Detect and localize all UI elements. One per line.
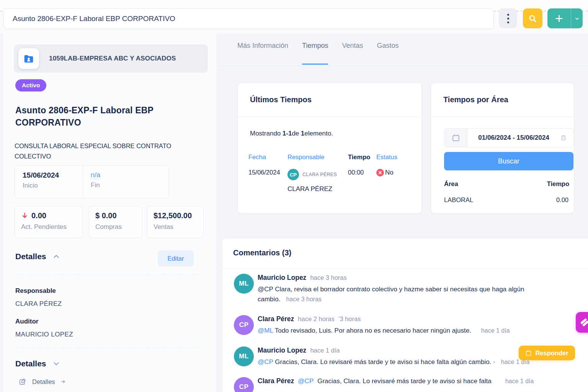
comment-time: hace 3 horas — [310, 274, 346, 281]
start-date-value: 15/06/2024 — [23, 171, 83, 180]
kebab-icon — [507, 14, 509, 16]
add-button-group — [547, 8, 583, 28]
ultimos-tiempos-card: Últimos Tiempos Mostrando1-1de1elemento.… — [237, 83, 422, 214]
stat-label: Act. Pendientes — [21, 223, 82, 231]
field-value-auditor: MAURICIO LOPEZ — [15, 331, 73, 338]
stat-pending-tasks: 0.00 Act. Pendientes — [15, 206, 83, 238]
responsable-name-small: CLARA PÉRES — [302, 172, 337, 177]
mention-link[interactable]: @CP — [298, 377, 314, 385]
comment-body: Gracias, Clara. Lo revisaré más tarde y … — [317, 377, 491, 385]
calendar-icon — [444, 129, 467, 147]
avatar: ML — [234, 346, 254, 366]
end-date-cell: n/a Fin — [83, 166, 169, 198]
arrow-right-icon — [60, 379, 66, 384]
responder-button[interactable]: Responder — [519, 346, 575, 360]
details-link[interactable]: Detalles — [18, 377, 66, 386]
x-circle-icon — [376, 169, 384, 176]
cell-fecha: 15/06/2024 — [248, 169, 287, 176]
case-description: CONSULTA LABORAL ESPECIAL SOBRE CONTRATO… — [15, 141, 194, 162]
responder-label: Responder — [535, 350, 568, 357]
stat-value: $ 0.00 — [95, 211, 117, 220]
comments-title: Comentarios (3) — [233, 248, 291, 257]
comment-time: hace 1 día — [310, 347, 340, 354]
avatar: CP — [287, 169, 299, 180]
column-estatus[interactable]: Estatus — [376, 154, 417, 161]
column-tiempo: Tiempo — [547, 180, 569, 188]
cell-area: LABORAL — [444, 196, 473, 204]
stat-label: Compras — [95, 223, 142, 231]
avatar: CP — [234, 315, 254, 335]
comment-time: hace 2 horas — [298, 315, 334, 323]
tab-ventas[interactable]: Ventas — [342, 42, 363, 50]
field-value-responsable: CLARA PÉREZ — [15, 300, 62, 308]
table-row: 15/06/2024 CP CLARA PÉRES CLARA PÉREZ 00… — [248, 169, 417, 193]
comment-author: Mauricio Lopez — [258, 274, 306, 282]
column-area: Área — [444, 180, 458, 188]
dates-box: 15/06/2024 Inicio n/a Fin — [15, 165, 169, 198]
end-date-label: Fin — [91, 181, 169, 189]
cell-tiempo: 0.00 — [556, 196, 568, 204]
more-actions-button[interactable] — [499, 8, 517, 28]
stat-purchases: $ 0.00 Compras — [89, 206, 142, 238]
showing-summary: Mostrando1-1de1elemento. — [250, 130, 335, 137]
tabbar-divider — [216, 65, 588, 66]
comment-body-time: hace 3 horas — [286, 296, 322, 302]
tags-icon — [580, 317, 588, 327]
details-section-toggle[interactable]: Detalles — [15, 252, 60, 261]
details2-heading: Detalles — [15, 359, 46, 368]
tab-tiempos[interactable]: Tiempos — [302, 42, 328, 50]
avatar: ML — [234, 274, 254, 294]
company-link[interactable]: 1059LAB-EMPRESA ABC Y ASOCIADOS — [14, 44, 208, 73]
detail-tabs: Más Información Tiempos Ventas Gastos — [237, 42, 399, 50]
avatar: CP — [234, 377, 254, 392]
chevron-down-icon — [574, 16, 580, 21]
column-responsable[interactable]: Responsable — [287, 154, 348, 161]
plus-icon — [554, 14, 564, 23]
stat-value: $12,500.00 — [154, 211, 192, 220]
comment-item: CP Clara Pérez hace 2 horas ’3 horas @ML… — [234, 315, 581, 336]
search-button[interactable] — [523, 8, 542, 28]
mention-link[interactable]: @ML — [258, 327, 273, 334]
case-title-input[interactable]: Asunto 2806-EXP-F Laboral EBP CORPORATIV… — [3, 8, 494, 29]
stat-value: 0.00 — [31, 211, 46, 220]
case-summary-panel: 1059LAB-EMPRESA ABC Y ASOCIADOS Activo A… — [3, 34, 216, 392]
cell-responsable: CP CLARA PÉRES CLARA PÉREZ — [287, 169, 348, 193]
company-name: 1059LAB-EMPRESA ABC Y ASOCIADOS — [49, 55, 176, 62]
comment-time-2: ’3 horas — [338, 315, 361, 323]
tab-gastos[interactable]: Gastos — [377, 42, 399, 50]
floating-tags-button[interactable] — [576, 312, 588, 333]
details-link-label: Detalles — [32, 378, 55, 385]
status-badge[interactable]: Activo — [15, 79, 46, 91]
stat-label: Ventas — [154, 223, 203, 231]
end-date-value[interactable]: n/a — [91, 171, 100, 179]
tab-mas-informacion[interactable]: Más Información — [237, 42, 288, 50]
column-fecha[interactable]: Fecha — [248, 154, 287, 161]
edit-button[interactable]: Editar — [158, 250, 194, 266]
area-table-header: Área Tiempo — [444, 180, 569, 188]
cell-estatus: No — [376, 169, 417, 176]
comment-item: ML Mauricio Lopez hace 3 horas @CP Clara… — [234, 274, 581, 304]
buscar-button[interactable]: Buscar — [444, 152, 573, 170]
chevron-up-icon — [52, 253, 60, 260]
card-title: Tiempos por Área — [431, 83, 574, 117]
comment-body: @ML Todo revisado, Luis. Por ahora no es… — [258, 326, 581, 336]
details-section2-toggle[interactable]: Detalles — [15, 359, 60, 368]
calendar-small-icon — [560, 134, 573, 141]
add-dropdown-toggle[interactable] — [571, 8, 583, 28]
comment-body-time: hace 1 día — [505, 378, 534, 385]
comments-section: Comentarios (3) ML Mauricio Lopez hace 3… — [222, 238, 588, 392]
divider — [15, 348, 204, 348]
mention-link[interactable]: @CP — [258, 358, 273, 366]
responsable-name-full: CLARA PÉREZ — [287, 185, 348, 193]
add-button[interactable] — [547, 8, 571, 28]
comment-item: CP Clara Pérez @CP Gracias, Clara. Lo re… — [234, 377, 581, 385]
chevron-down-icon — [52, 360, 60, 368]
times-table-header: Fecha Responsable Tiempo Estatus — [248, 154, 417, 161]
date-range-input[interactable]: 01/06/2024 - 15/06/2024 — [444, 128, 573, 147]
comment-author: Clara Pérez — [258, 315, 294, 323]
comment-body-time: hace 1 día — [481, 327, 510, 334]
column-tiempo: Tiempo — [348, 154, 376, 161]
estatus-value: No — [385, 169, 394, 176]
details-heading: Detalles — [15, 252, 46, 261]
table-row: LABORAL 0.00 — [444, 196, 568, 204]
